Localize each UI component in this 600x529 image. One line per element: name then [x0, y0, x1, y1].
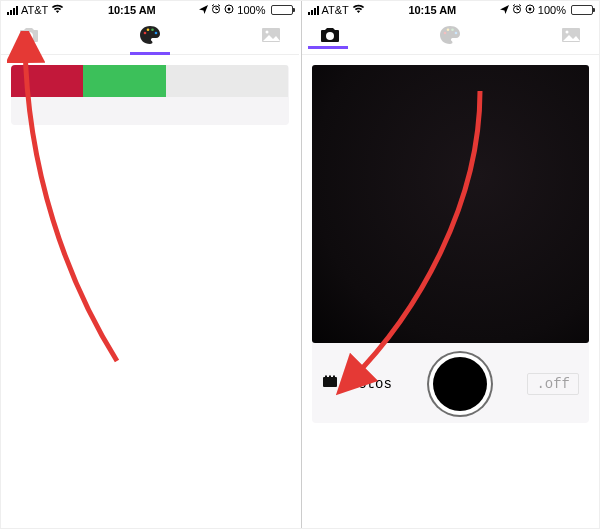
swatch-2 [83, 65, 166, 97]
battery-icon [571, 5, 593, 15]
swatch-1 [11, 65, 83, 97]
camera-card: Photos .off [312, 65, 590, 423]
signal-icon [308, 6, 319, 15]
svg-point-4 [143, 31, 146, 34]
palette-icon [439, 25, 461, 49]
palette-icon [139, 25, 161, 49]
svg-rect-22 [329, 375, 331, 377]
battery-pct: 100% [237, 4, 265, 16]
top-toolbar [302, 19, 600, 55]
svg-rect-23 [333, 375, 335, 377]
picture-icon [561, 27, 581, 47]
photos-button[interactable]: Photos [322, 375, 392, 393]
film-roll-icon [322, 375, 338, 393]
location-icon [500, 4, 509, 16]
phone-right: AT&T 10:15 AM 100% [301, 1, 600, 528]
svg-rect-20 [323, 377, 337, 387]
active-tab-underline [308, 46, 348, 49]
signal-icon [7, 6, 18, 15]
svg-point-14 [444, 31, 447, 34]
tab-camera[interactable] [316, 26, 344, 48]
tab-camera[interactable] [15, 26, 43, 48]
svg-rect-21 [325, 375, 327, 377]
battery-pct: 100% [538, 4, 566, 16]
svg-point-7 [154, 31, 157, 34]
svg-point-16 [451, 28, 454, 31]
svg-rect-2 [228, 8, 230, 11]
phone-left: AT&T 10:15 AM 100% [1, 1, 299, 528]
camera-icon [18, 26, 40, 48]
camera-viewfinder[interactable] [312, 65, 590, 343]
svg-point-5 [146, 28, 149, 31]
off-label: .off [536, 376, 570, 392]
svg-point-15 [447, 28, 450, 31]
tab-picture[interactable] [557, 27, 585, 47]
orientation-lock-icon [525, 4, 535, 16]
swatch-3 [166, 65, 288, 97]
svg-point-3 [25, 32, 33, 40]
svg-point-17 [455, 31, 458, 34]
svg-point-13 [326, 32, 334, 40]
wifi-icon [51, 4, 64, 16]
tab-palette[interactable] [344, 25, 558, 49]
palette-card[interactable] [11, 65, 289, 125]
svg-point-9 [265, 30, 268, 33]
wifi-icon [352, 4, 365, 16]
svg-rect-12 [529, 8, 531, 11]
flash-off-button[interactable]: .off [527, 373, 579, 395]
battery-icon [271, 5, 293, 15]
carrier-label: AT&T [21, 4, 48, 16]
picture-icon [261, 27, 281, 47]
svg-point-6 [151, 28, 154, 31]
status-bar: AT&T 10:15 AM 100% [302, 1, 600, 19]
photos-label: Photos [342, 376, 392, 392]
orientation-lock-icon [224, 4, 234, 16]
carrier-label: AT&T [322, 4, 349, 16]
camera-icon [319, 26, 341, 48]
svg-point-19 [566, 30, 569, 33]
location-icon [199, 4, 208, 16]
tab-palette[interactable] [43, 25, 257, 49]
top-toolbar [1, 19, 299, 55]
shutter-button[interactable] [433, 357, 487, 411]
alarm-icon [211, 4, 221, 16]
tab-picture[interactable] [257, 27, 285, 47]
status-bar: AT&T 10:15 AM 100% [1, 1, 299, 19]
status-time: 10:15 AM [64, 4, 199, 16]
status-time: 10:15 AM [365, 4, 500, 16]
alarm-icon [512, 4, 522, 16]
active-tab-underline [130, 52, 170, 55]
